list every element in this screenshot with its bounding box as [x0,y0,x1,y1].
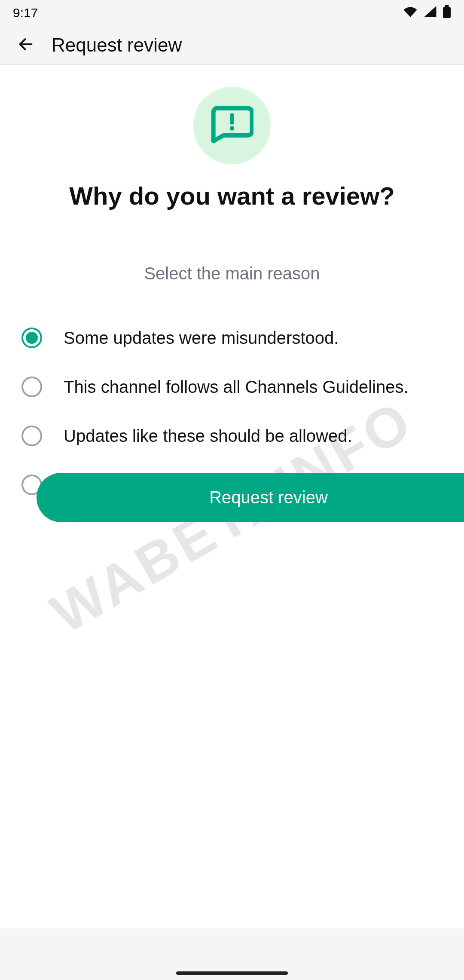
arrow-left-icon [17,36,34,55]
toolbar: Request review [0,26,464,64]
svg-point-4 [230,126,235,131]
option-1[interactable]: Some updates were misunderstood. [21,313,443,362]
button-label: Request review [209,488,328,507]
back-button[interactable] [13,32,39,58]
option-label: Some updates were misunderstood. [64,326,339,349]
radio-icon [21,426,42,446]
option-3[interactable]: Updates like these should be allowed. [21,411,443,460]
radio-icon [21,377,42,397]
nav-indicator [176,971,288,975]
status-icons [403,5,451,21]
subheading: Select the main reason [26,264,438,283]
battery-icon [443,5,451,21]
wifi-icon [403,6,418,20]
status-bar: 9:17 [0,0,464,26]
svg-rect-0 [445,5,449,7]
hero: Why do you want a review? Select the mai… [0,87,464,283]
hero-icon-wrap [193,87,271,164]
signal-icon [424,6,437,20]
content: WABETAINFO Why do you want a review? Sel… [0,65,464,928]
status-time: 9:17 [13,6,38,20]
option-label: Updates like these should be allowed. [64,424,352,447]
option-label: This channel follows all Channels Guidel… [64,375,409,398]
option-2[interactable]: This channel follows all Channels Guidel… [21,362,443,411]
radio-icon [21,328,42,348]
svg-rect-1 [443,7,451,18]
heading: Why do you want a review? [26,181,438,210]
request-review-button[interactable]: Request review [37,473,464,522]
chat-alert-icon [211,105,253,146]
page-title: Request review [52,34,182,56]
